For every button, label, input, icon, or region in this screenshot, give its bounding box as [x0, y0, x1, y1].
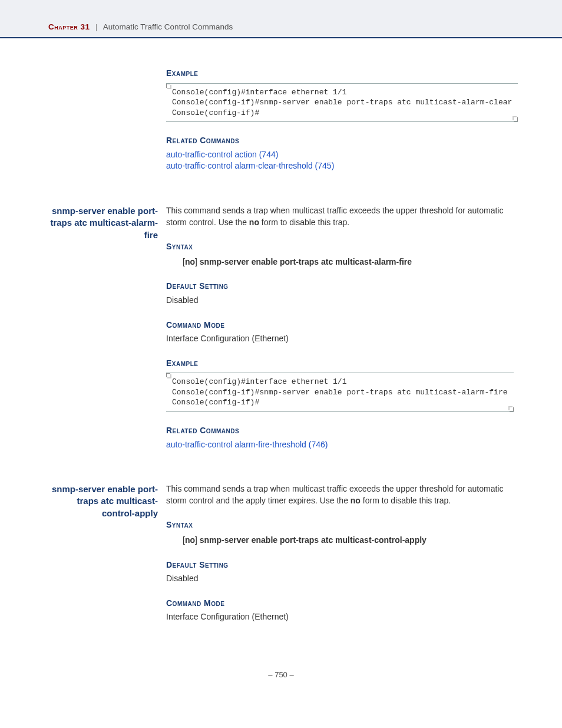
- command-name-side: snmp-server enable port-traps atc multic…: [48, 205, 166, 241]
- related-link[interactable]: auto-traffic-control alarm-clear-thresho…: [166, 160, 518, 172]
- command-description: This command sends a trap when multicast…: [166, 205, 514, 228]
- syntax-no: no: [185, 535, 195, 545]
- syntax-no: no: [185, 257, 195, 266]
- syntax-line: [no] snmp-server enable port-traps atc m…: [183, 256, 514, 268]
- command-name-side: snmp-server enable port-traps atc multic…: [48, 483, 166, 519]
- heading-example: Example: [166, 68, 518, 80]
- heading-default: Default Setting: [166, 281, 514, 292]
- section-1: Example Console(config)#interface ethern…: [48, 68, 514, 172]
- section-2: snmp-server enable port-traps atc multic…: [48, 205, 514, 450]
- heading-mode: Command Mode: [166, 598, 514, 610]
- code-block-2: Console(config)#interface ethernet 1/1 C…: [166, 373, 514, 412]
- desc-post: form to disable this trap.: [259, 218, 349, 227]
- syntax-cmd: snmp-server enable port-traps atc multic…: [197, 257, 412, 266]
- desc-post: form to disable this trap.: [361, 496, 451, 505]
- desc-pre: This command sends a trap when multicast…: [166, 484, 503, 505]
- desc-bold: no: [249, 218, 259, 227]
- heading-syntax: Syntax: [166, 241, 514, 253]
- section-1-main: Example Console(config)#interface ethern…: [166, 68, 518, 172]
- related-link[interactable]: auto-traffic-control action (744): [166, 149, 518, 161]
- default-value: Disabled: [166, 295, 514, 307]
- desc-bold: no: [351, 496, 361, 505]
- syntax-cmd: snmp-server enable port-traps atc multic…: [197, 535, 427, 545]
- mode-value: Interface Configuration (Ethernet): [166, 611, 514, 623]
- page-body: Example Console(config)#interface ethern…: [0, 38, 562, 703]
- header-separator: |: [95, 22, 98, 31]
- command-description: This command sends a trap when multicast…: [166, 483, 514, 506]
- code-block-1: Console(config)#interface ethernet 1/1 C…: [166, 83, 518, 123]
- heading-example: Example: [166, 358, 514, 370]
- page-footer: – 750 –: [48, 670, 514, 679]
- chapter-label: Chapter 31: [48, 22, 90, 31]
- syntax-line: [no] snmp-server enable port-traps atc m…: [183, 535, 514, 546]
- section-3: snmp-server enable port-traps atc multic…: [48, 483, 514, 623]
- related-link[interactable]: auto-traffic-control alarm-fire-threshol…: [166, 439, 514, 451]
- section-2-main: This command sends a trap when multicast…: [166, 205, 514, 450]
- heading-syntax: Syntax: [166, 519, 514, 531]
- heading-related: Related Commands: [166, 425, 514, 437]
- heading-related: Related Commands: [166, 135, 518, 147]
- section-3-main: This command sends a trap when multicast…: [166, 483, 514, 623]
- header-title: Automatic Traffic Control Commands: [103, 22, 233, 31]
- mode-value: Interface Configuration (Ethernet): [166, 333, 514, 345]
- heading-mode: Command Mode: [166, 319, 514, 331]
- default-value: Disabled: [166, 573, 514, 585]
- heading-default: Default Setting: [166, 559, 514, 571]
- header-inner: Chapter 31 | Automatic Traffic Control C…: [0, 22, 562, 31]
- page-header: Chapter 31 | Automatic Traffic Control C…: [0, 0, 562, 38]
